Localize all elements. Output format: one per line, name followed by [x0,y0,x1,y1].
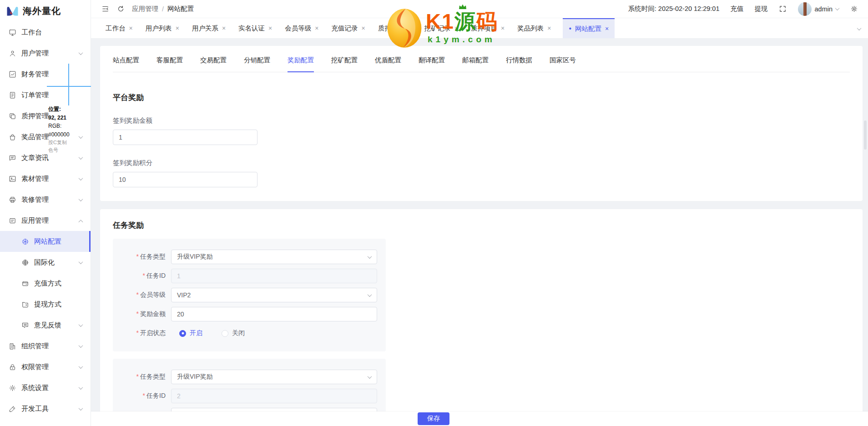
reward-amount-input[interactable] [171,307,377,321]
sidebar-item-system-settings[interactable]: 系统设置 [0,377,91,398]
tab-pledge-projects[interactable]: 质押项目× [470,18,505,38]
tab-label: 实名认证 [238,24,265,33]
required-mark: * [143,392,145,399]
radio-status-on[interactable]: 开启 [179,329,202,337]
tab-label: 奖品列表 [517,24,544,33]
radio-status-off[interactable]: 关闭 [222,329,245,337]
account-menu[interactable]: admin [798,2,839,16]
tab-user-relations[interactable]: 用户关系× [191,18,227,38]
sidebar-item-users[interactable]: 用户管理 [0,43,91,64]
tab-kyc[interactable]: 实名认证× [237,18,273,38]
radio-unselected-icon [222,330,228,337]
config-tab-service[interactable]: 客服配置 [156,56,183,72]
tab-user-list[interactable]: 用户列表× [145,18,180,38]
avatar[interactable] [798,2,812,16]
tab-label: 用户列表 [146,24,172,33]
tab-recharge-records[interactable]: 充值记录× [330,18,366,38]
sidebar-item-prizes[interactable]: 奖品管理 [0,126,91,147]
tab-member-level[interactable]: 会员等级× [284,18,319,38]
close-icon[interactable]: × [605,25,609,32]
config-tab-translate[interactable]: 翻译配置 [419,56,445,72]
document-icon [8,91,16,99]
config-tab-mining[interactable]: 挖矿配置 [331,56,358,72]
brand-logo[interactable]: 海外量化 [0,0,91,22]
sidebar-item-label: 国际化 [34,258,55,267]
config-tab-country-code[interactable]: 国家区号 [550,56,576,72]
sidebar-item-recharge-methods[interactable]: 充值方式 [0,273,91,294]
sidebar-item-dev-tools[interactable]: 开发工具 [0,398,91,419]
sidebar-item-label: 文章资讯 [21,154,49,162]
close-icon[interactable]: × [315,25,318,31]
required-mark: * [136,329,139,336]
close-icon[interactable]: × [268,25,272,31]
sidebar-item-orders[interactable]: 订单管理 [0,85,91,105]
fullscreen-icon[interactable] [779,5,787,13]
close-icon[interactable]: × [454,25,458,31]
chevron-down-icon [79,155,83,160]
tab-prize-list[interactable]: 奖品列表× [516,18,552,38]
config-tab-email[interactable]: 邮箱配置 [462,56,489,72]
refresh-icon[interactable] [116,5,125,13]
signin-amount-input[interactable] [113,130,257,145]
tab-mining-records[interactable]: 挖矿记录× [424,18,459,38]
sidebar-item-organization[interactable]: 组织管理 [0,336,91,356]
sidebar-item-finance[interactable]: 财务管理 [0,64,91,85]
chevron-up-icon [79,220,83,224]
close-icon[interactable]: × [547,25,551,31]
select-value: 升级VIP奖励 [177,373,368,381]
sidebar-item-withdraw-methods[interactable]: 提现方式 [0,294,91,315]
chevron-down-icon [79,197,83,201]
config-tab-market[interactable]: 行情数据 [506,56,532,72]
tab-website-config-active[interactable]: •网站配置× [563,18,615,38]
sidebar-item-label: 组织管理 [21,342,49,351]
sidebar-item-pledge[interactable]: 质押管理 [0,105,91,126]
field-label: *会员等级 [113,291,166,299]
form-row-task-type: *任务类型 升级VIP奖励 [113,370,378,384]
close-icon[interactable]: × [408,25,412,31]
close-icon[interactable]: × [176,25,179,31]
config-tab-reward-active[interactable]: 奖励配置 [288,56,314,72]
field-label: *开启状态 [113,329,166,337]
member-level-select[interactable]: VIP2 [171,288,377,302]
required-mark: * [136,291,139,298]
tab-pledge-records[interactable]: 质押记录× [377,18,413,38]
close-icon[interactable]: × [129,25,133,31]
sidebar-item-i18n[interactable]: 国际化 [0,252,91,273]
close-icon[interactable]: × [361,25,365,31]
tabs-overflow-chevron-icon[interactable] [857,26,862,30]
sidebar-item-decoration[interactable]: 装修管理 [0,189,91,210]
sidebar-item-website-config[interactable]: 网站配置 [0,231,91,252]
config-tab-site[interactable]: 站点配置 [113,56,139,72]
config-tab-trade[interactable]: 交易配置 [200,56,227,72]
task-type-select[interactable]: 升级VIP奖励 [171,250,377,264]
sidebar-item-label: 订单管理 [21,91,49,100]
withdraw-button[interactable]: 提现 [755,5,768,13]
save-button[interactable]: 保存 [418,412,449,425]
task-type-select[interactable]: 升级VIP奖励 [171,370,377,384]
sidebar-item-permissions[interactable]: 权限管理 [0,356,91,377]
breadcrumb-section[interactable]: 应用管理 [132,5,158,13]
sidebar-item-label: 财务管理 [21,70,49,79]
sidebar-item-materials[interactable]: 素材管理 [0,168,91,189]
sidebar-item-articles[interactable]: 文章资讯 [0,147,91,168]
sidebar-item-workbench[interactable]: 工作台 [0,22,91,43]
sidebar-item-label: 意见反馈 [34,321,61,330]
tab-label: 挖矿记录 [424,24,451,33]
sidebar-item-apps[interactable]: 应用管理 [0,210,91,231]
signin-points-input[interactable] [113,172,257,187]
field-label-text: 任务ID [146,392,166,399]
scrollbar-thumb[interactable] [864,120,867,150]
close-icon[interactable]: × [222,25,226,31]
sidebar-item-feedback[interactable]: 意见反馈 [0,315,91,336]
menu-collapse-icon[interactable] [101,5,109,13]
task-reward-panel: 任务奖励 *任务类型 升级VIP奖励 *任务ID *会员等级 [100,209,863,426]
config-tab-distribution[interactable]: 分销配置 [244,56,270,72]
settings-gear-icon[interactable] [850,5,858,13]
gear-icon [8,384,16,392]
tab-workbench[interactable]: 工作台× [105,18,134,38]
config-tab-youdun[interactable]: 优盾配置 [375,56,401,72]
sidebar-item-label: 质押管理 [21,112,49,120]
close-icon[interactable]: × [501,25,505,31]
folder-icon [21,300,29,308]
recharge-button[interactable]: 充值 [731,5,744,13]
